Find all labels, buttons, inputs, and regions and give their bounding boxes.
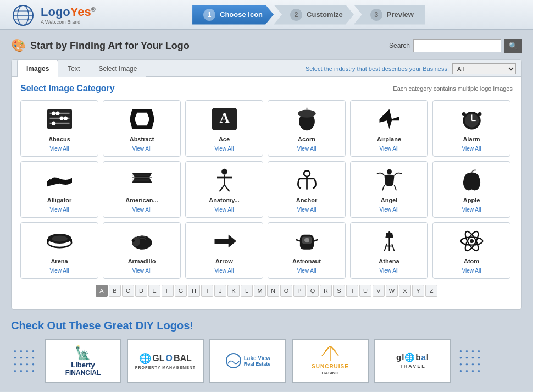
alpha-btn-I[interactable]: I (201, 285, 213, 297)
alpha-btn-O[interactable]: O (280, 285, 292, 297)
cat-view-apple[interactable]: View All (462, 207, 481, 213)
alpha-btn-Z[interactable]: Z (425, 285, 437, 297)
alpha-btn-T[interactable]: T (346, 285, 358, 297)
alpha-btn-K[interactable]: K (227, 285, 240, 297)
svg-point-9 (52, 111, 55, 115)
svg-point-44 (52, 235, 68, 241)
cat-view-atom[interactable]: View All (462, 268, 481, 274)
svg-point-12 (63, 116, 67, 120)
alpha-btn-D[interactable]: D (135, 285, 147, 297)
industry-select[interactable]: All Technology Finance Healthcare Real E… (452, 63, 516, 74)
alpha-btn-W[interactable]: W (386, 285, 398, 297)
cat-item-abacus[interactable]: AbacusView All (20, 100, 98, 157)
showcase-liberty[interactable]: 🗽 Liberty FINANCIAL (45, 339, 121, 383)
cat-view-abstract[interactable]: View All (132, 146, 152, 152)
search-button[interactable]: 🔍 (504, 39, 522, 53)
svg-point-13 (52, 121, 55, 125)
svg-point-19 (298, 109, 315, 117)
cat-view-astronaut[interactable]: View All (297, 268, 317, 274)
abacus-icon (43, 105, 76, 132)
cat-item-arrow[interactable]: ArrowView All (185, 222, 263, 279)
ace-icon: A (208, 105, 241, 132)
cat-item-airplane[interactable]: AirplaneView All (350, 100, 428, 157)
alarm-icon (455, 105, 488, 132)
alpha-btn-X[interactable]: X (399, 285, 411, 297)
cat-item-angel[interactable]: AngelView All (350, 161, 428, 218)
alpha-btn-S[interactable]: S (333, 285, 345, 297)
cat-item-ace[interactable]: AAceView All (185, 100, 263, 157)
cat-item-athena[interactable]: AthenaView All (350, 222, 428, 279)
cat-view-acorn[interactable]: View All (297, 146, 317, 152)
alpha-btn-B[interactable]: B (109, 285, 121, 297)
wizard-step-2[interactable]: 2 Customize (274, 5, 354, 25)
cat-item-anatomy[interactable]: Anatomy...View All (185, 161, 263, 218)
atom-icon (455, 227, 488, 255)
alligator-icon (43, 166, 76, 194)
cat-view-alligator[interactable]: View All (50, 207, 69, 213)
tab-text[interactable]: Text (58, 60, 89, 77)
cat-name-abstract: Abstract (130, 136, 154, 142)
alpha-btn-F[interactable]: F (162, 285, 174, 297)
alpha-btn-R[interactable]: R (320, 285, 332, 297)
category-title: Select Image Category (20, 84, 115, 93)
cat-item-alligator[interactable]: AlligatorView All (20, 161, 98, 218)
cat-item-american[interactable]: American...View All (103, 161, 181, 218)
cat-view-airplane[interactable]: View All (380, 146, 399, 152)
alpha-btn-E[interactable]: E (148, 285, 160, 297)
cat-view-angel[interactable]: View All (380, 207, 399, 213)
cat-view-ace[interactable]: View All (215, 146, 234, 152)
cat-view-alarm[interactable]: View All (462, 146, 481, 152)
cat-item-apple[interactable]: AppleView All (432, 161, 510, 218)
wizard-step-1[interactable]: 1 Choose Icon (192, 5, 274, 25)
alpha-btn-N[interactable]: N (267, 285, 279, 297)
step-label-1: Choose Icon (220, 10, 263, 19)
alpha-btn-H[interactable]: H (188, 285, 200, 297)
cat-view-anatomy[interactable]: View All (215, 207, 234, 213)
cat-view-abacus[interactable]: View All (50, 146, 69, 152)
cat-view-anchor[interactable]: View All (297, 207, 317, 213)
tab-images[interactable]: Images (17, 60, 58, 77)
cat-name-apple: Apple (463, 197, 480, 203)
cat-view-athena[interactable]: View All (380, 268, 399, 274)
step-label-2: Customize (307, 10, 343, 19)
cat-item-alarm[interactable]: AlarmView All (432, 100, 510, 157)
alpha-btn-M[interactable]: M (254, 285, 266, 297)
svg-point-11 (59, 116, 63, 120)
showcase-global-property[interactable]: 🌐 GLOBAL PROPERTY MANAGEMENT (127, 339, 204, 383)
cat-name-anchor: Anchor (296, 197, 318, 203)
logo-globe-icon (11, 3, 37, 26)
wizard-step-3[interactable]: 3 Preview (354, 5, 425, 25)
cat-item-arena[interactable]: ArenaView All (20, 222, 98, 279)
showcase-global-travel[interactable]: gl🌐bal TRAVEL (374, 339, 451, 383)
showcase-lakeview[interactable]: Lake View Real Estate (209, 339, 286, 383)
tab-select-image[interactable]: Select Image (89, 60, 146, 77)
header: LogoYes® A Web.com Brand 1 Choose Icon 2… (0, 0, 533, 30)
cat-item-anchor[interactable]: AnchorView All (268, 161, 346, 218)
cat-item-armadillo[interactable]: ArmadilloView All (103, 222, 181, 279)
step-num-1: 1 (203, 9, 215, 21)
cat-view-arena[interactable]: View All (50, 268, 69, 274)
cat-item-astronaut[interactable]: AstronautView All (268, 222, 346, 279)
alpha-btn-G[interactable]: G (175, 285, 187, 297)
athena-icon (373, 227, 406, 255)
alpha-btn-V[interactable]: V (373, 285, 385, 297)
alpha-btn-Q[interactable]: Q (307, 285, 319, 297)
alpha-btn-U[interactable]: U (359, 285, 371, 297)
cat-view-armadillo[interactable]: View All (132, 268, 152, 274)
alpha-btn-L[interactable]: L (241, 285, 253, 297)
right-dots: ●●●● ●●●● ●●●● ●●●● (459, 349, 482, 373)
alpha-btn-C[interactable]: C (122, 285, 134, 297)
cat-view-arrow[interactable]: View All (215, 268, 234, 274)
svg-line-35 (224, 185, 229, 191)
cat-item-abstract[interactable]: AbstractView All (103, 100, 181, 157)
cat-view-american[interactable]: View All (132, 207, 152, 213)
cat-item-atom[interactable]: AtomView All (432, 222, 510, 279)
alpha-btn-P[interactable]: P (293, 285, 306, 297)
alpha-btn-J[interactable]: J (214, 285, 226, 297)
alpha-btn-A[interactable]: A (96, 285, 108, 297)
search-input[interactable] (413, 39, 501, 52)
cat-item-acorn[interactable]: AcornView All (268, 100, 346, 157)
alpha-btn-Y[interactable]: Y (412, 285, 424, 297)
step-num-2: 2 (290, 9, 302, 21)
showcase-suncruise[interactable]: SUNCRUISE CASINO (292, 339, 369, 383)
